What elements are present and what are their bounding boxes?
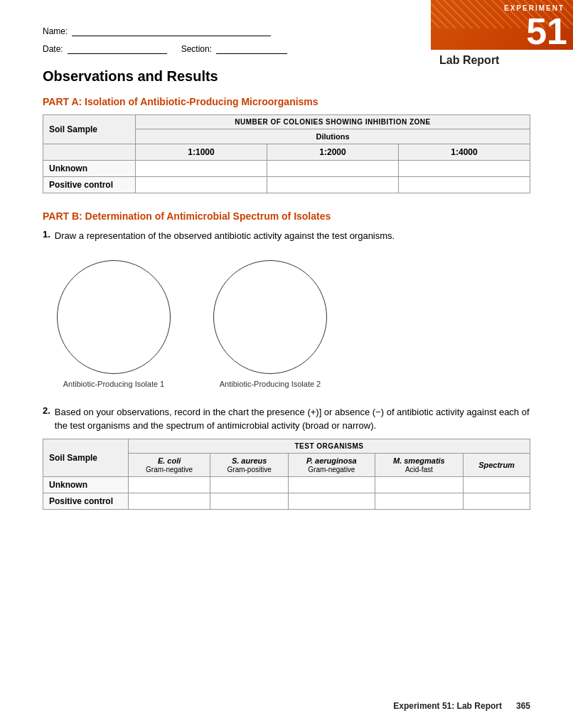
col2-header: 1:2000 [267, 144, 399, 161]
b-col3-header: P. aeruginosa Gram-negative [289, 453, 375, 476]
part-b-title: PART B: Determination of Antimicrobial S… [43, 210, 530, 222]
row-label-unknown: Unknown [43, 161, 136, 177]
soil-sample-sub-header [43, 144, 136, 161]
b-positive-ecoli-cell[interactable] [129, 493, 210, 509]
date-input[interactable] [68, 43, 167, 54]
col2-sub: Gram-positive [227, 466, 272, 473]
b-positive-spectrum-cell[interactable] [464, 493, 530, 509]
row-label-positive: Positive control [43, 177, 136, 193]
positive-1000-cell[interactable] [136, 177, 267, 193]
circle-item-2: Antibiotic-Producing Isolate 2 [213, 260, 327, 388]
question-1: 1. Draw a representation of the observed… [43, 229, 530, 388]
col3-sub: Gram-negative [308, 466, 355, 473]
b-positive-saureus-cell[interactable] [210, 493, 289, 509]
name-input[interactable] [72, 26, 271, 36]
experiment-banner: EXPERIMENT 51 Lab Report [431, 0, 573, 71]
b-unknown-paer-cell[interactable] [289, 476, 375, 493]
col3-name: P. aeruginosa [306, 456, 357, 465]
b-soil-sample-header: Soil Sample [43, 439, 129, 476]
unknown-1000-cell[interactable] [136, 161, 267, 177]
experiment-number: 51 [526, 13, 567, 50]
b-unknown-ecoli-cell[interactable] [129, 476, 210, 493]
b-positive-paer-cell[interactable] [289, 493, 375, 509]
table-row: Positive control [43, 177, 530, 193]
b-unknown-msmeg-cell[interactable] [375, 476, 463, 493]
unknown-2000-cell[interactable] [267, 161, 399, 177]
b-col4-header: M. smegmatis Acid-fast [375, 453, 463, 476]
q2-number: 2. [43, 405, 50, 416]
col4-name: M. smegmatis [393, 456, 445, 465]
inhibition-zone-header: NUMBER OF COLONIES SHOWING INHIBITION ZO… [136, 115, 530, 129]
section-input[interactable] [216, 43, 287, 54]
circle-drawing-1[interactable] [57, 260, 171, 374]
positive-4000-cell[interactable] [399, 177, 530, 193]
circle-drawing-2[interactable] [213, 260, 327, 374]
b-col1-header: E. coli Gram-negative [129, 453, 210, 476]
unknown-4000-cell[interactable] [399, 161, 530, 177]
question-2-header: 2. Based on your observations, record in… [43, 405, 530, 439]
table-row: Unknown [43, 476, 530, 493]
b-col5-header: Spectrum [464, 453, 530, 476]
q1-text: Draw a representation of the observed an… [55, 229, 395, 243]
col2-name: S. aureus [232, 456, 267, 465]
positive-2000-cell[interactable] [267, 177, 399, 193]
part-b-table: Soil Sample TEST ORGANISMS E. coli Gram-… [43, 439, 530, 510]
soil-sample-col-header: Soil Sample [43, 115, 136, 144]
circles-section: Antibiotic-Producing Isolate 1 Antibioti… [43, 260, 530, 388]
circle-item-1: Antibiotic-Producing Isolate 1 [57, 260, 171, 388]
circle-label-1: Antibiotic-Producing Isolate 1 [63, 380, 164, 388]
part-a-title: PART A: Isolation of Antibiotic-Producin… [43, 96, 530, 107]
test-organisms-header: TEST ORGANISMS [129, 439, 530, 453]
footer-text: Experiment 51: Lab Report [393, 701, 502, 711]
circles-container: Antibiotic-Producing Isolate 1 Antibioti… [57, 260, 530, 388]
b-row-label-unknown: Unknown [43, 476, 129, 493]
date-label: Date: [43, 44, 63, 54]
section-label: Section: [181, 44, 212, 54]
col4-sub: Acid-fast [405, 466, 433, 473]
b-col2-header: S. aureus Gram-positive [210, 453, 289, 476]
q2-text: Based on your observations, record in th… [55, 405, 530, 433]
page-footer: Experiment 51: Lab Report 365 [393, 701, 530, 711]
main-content: Name: Date: Section: Observations and Re… [0, 0, 573, 569]
lab-report-banner: Lab Report [431, 50, 573, 71]
b-unknown-spectrum-cell[interactable] [464, 476, 530, 493]
col3-header: 1:4000 [399, 144, 530, 161]
b-positive-msmeg-cell[interactable] [375, 493, 463, 509]
lab-report-label: Lab Report [439, 54, 499, 66]
question-1-header: 1. Draw a representation of the observed… [43, 229, 530, 249]
table-row: Positive control [43, 493, 530, 509]
b-unknown-saureus-cell[interactable] [210, 476, 289, 493]
circle-label-2: Antibiotic-Producing Isolate 2 [220, 380, 321, 388]
name-label: Name: [43, 26, 68, 36]
part-a-table: Soil Sample NUMBER OF COLONIES SHOWING I… [43, 114, 530, 193]
footer-page: 365 [516, 701, 530, 711]
col1-name: E. coli [158, 456, 181, 465]
dilutions-header: Dilutions [136, 129, 530, 144]
b-row-label-positive: Positive control [43, 493, 129, 509]
q1-number: 1. [43, 229, 50, 240]
table-row: Unknown [43, 161, 530, 177]
question-2: 2. Based on your observations, record in… [43, 405, 530, 510]
col1-sub: Gram-negative [146, 466, 193, 473]
col1-header: 1:1000 [136, 144, 267, 161]
